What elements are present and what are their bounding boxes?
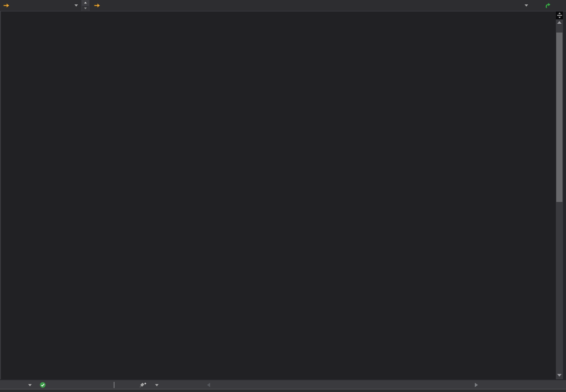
window-bottom-edge (0, 389, 566, 392)
split-editor-handle[interactable] (556, 11, 563, 19)
file-path-dropdown[interactable] (89, 0, 543, 11)
tab-scroll-spinner (82, 0, 89, 11)
spin-up-button[interactable] (82, 0, 89, 6)
hscroll-left-button[interactable] (207, 383, 210, 387)
hscroll-right-button[interactable] (475, 383, 478, 387)
zoom-chevron-icon[interactable] (28, 384, 32, 386)
code-editor[interactable] (0, 11, 556, 379)
code-pane (1, 11, 556, 12)
editor-right-rail (556, 11, 566, 379)
triangle-up-icon (557, 21, 562, 24)
navigation-bar (0, 0, 566, 11)
nav-arrow-icon (94, 3, 100, 8)
nav-arrow-icon (3, 3, 10, 8)
scroll-down-button[interactable] (556, 372, 563, 378)
scroll-up-button[interactable] (556, 19, 563, 26)
triangle-down-icon (84, 7, 87, 9)
status-separator (114, 382, 115, 388)
editor-status-bar (0, 379, 566, 389)
cleanup-chevron-icon[interactable] (155, 384, 159, 386)
triangle-down-icon (557, 374, 562, 377)
code-cleanup-broom-icon[interactable] (138, 382, 147, 388)
health-check-icon[interactable] (40, 382, 46, 388)
triangle-up-icon (84, 2, 87, 4)
splitter-icon (557, 12, 562, 18)
go-button[interactable] (543, 0, 566, 11)
chevron-down-icon[interactable] (525, 4, 528, 7)
go-arrow-icon (544, 2, 551, 9)
vs-editor-window: { "palette": { "editor_bg": "#212124", "… (0, 0, 566, 392)
file-tab-dropdown[interactable] (0, 0, 82, 11)
chevron-down-icon[interactable] (74, 4, 78, 7)
vertical-scrollbar[interactable] (556, 19, 563, 379)
scrollbar-thumb[interactable] (556, 33, 562, 202)
spin-down-button[interactable] (82, 6, 89, 11)
